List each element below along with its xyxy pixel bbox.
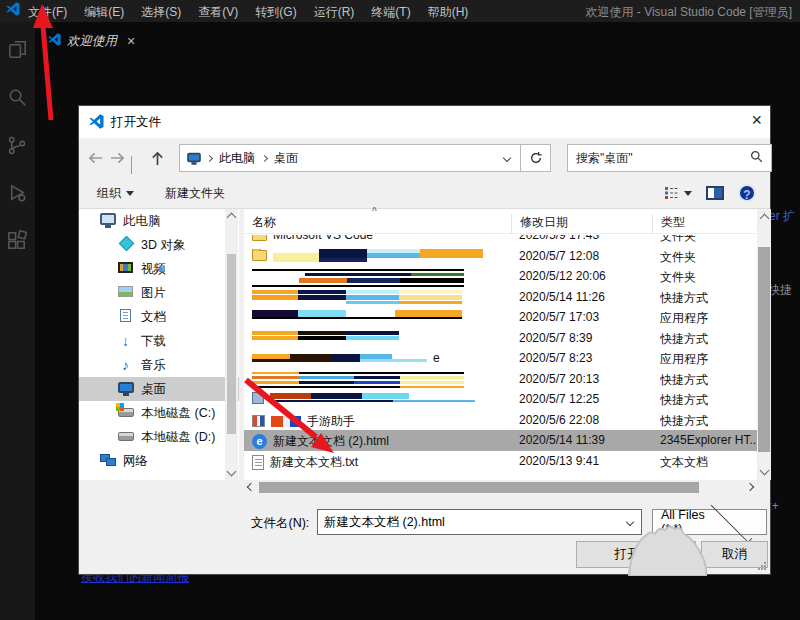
tab-welcome[interactable]: 欢迎使用 × xyxy=(48,28,135,54)
menu-item[interactable]: 终端(T) xyxy=(371,5,410,19)
view-mode-button[interactable] xyxy=(664,186,692,200)
menu-item[interactable]: 文件(F) xyxy=(28,5,67,19)
list-header: ^ 名称 修改日期 类型 xyxy=(244,209,757,234)
filetype-select[interactable]: All Files (*.*) xyxy=(652,509,767,535)
file-date: 2020/5/14 11:26 xyxy=(519,290,649,304)
table-row[interactable]: 2020/5/14 11:26快捷方式 xyxy=(244,287,757,308)
table-row[interactable]: 2020/5/12 20:06文件夹 xyxy=(244,266,757,287)
file-name-cell xyxy=(252,392,508,404)
chevron-down-icon[interactable] xyxy=(626,518,634,526)
sidebar-item-网络[interactable]: 网络 xyxy=(79,449,239,473)
menu-item[interactable]: 转到(G) xyxy=(255,5,296,19)
breadcrumb[interactable]: 此电脑 桌面 xyxy=(179,144,521,172)
disk-c-icon xyxy=(117,406,134,420)
file-type: 快捷方式 xyxy=(660,290,756,307)
up-icon[interactable] xyxy=(149,150,166,171)
scroll-up-icon[interactable] xyxy=(760,214,770,224)
breadcrumb-desktop[interactable]: 桌面 xyxy=(274,150,298,167)
column-header-type[interactable]: 类型 xyxy=(652,214,757,234)
table-row[interactable]: e2020/5/7 8:23应用程序 xyxy=(244,348,757,369)
search-input[interactable] xyxy=(568,150,750,166)
disk-d-icon xyxy=(117,430,134,444)
sidebar-item-文档[interactable]: 文档 xyxy=(79,305,239,329)
sidebar-item-本地磁盘 (D:)[interactable]: 本地磁盘 (D:) xyxy=(79,425,239,449)
scrollbar-thumb[interactable] xyxy=(227,254,236,434)
network-icon xyxy=(99,454,116,469)
sidebar-item-下载[interactable]: ↓下载 xyxy=(79,329,239,353)
sidebar-item-桌面[interactable]: 桌面 xyxy=(79,377,239,401)
organize-button[interactable]: 组织 xyxy=(97,185,134,202)
sidebar-item-本地磁盘 (C:)[interactable]: 本地磁盘 (C:) xyxy=(79,401,239,425)
scroll-down-icon[interactable] xyxy=(760,466,770,476)
scroll-down-icon[interactable] xyxy=(227,467,237,477)
file-type: 文本文档 xyxy=(660,454,756,471)
scroll-left-icon[interactable] xyxy=(247,483,255,491)
column-header-name[interactable]: 名称 xyxy=(244,214,511,234)
dialog-close-icon[interactable]: × xyxy=(751,109,762,131)
table-row[interactable]: 手游助手2020/5/6 22:08快捷方式 xyxy=(244,410,757,431)
file-name: 手游助手 xyxy=(307,413,355,430)
dialog-titlebar: 打开文件 × xyxy=(79,106,770,138)
list-horizontal-scrollbar[interactable] xyxy=(244,480,757,495)
scrollbar-thumb[interactable] xyxy=(758,247,770,452)
column-header-date[interactable]: 修改日期 xyxy=(511,214,652,234)
back-icon[interactable] xyxy=(87,150,104,170)
sidebar-item-此电脑[interactable]: 此电脑 xyxy=(79,209,239,233)
menu-item[interactable]: 帮助(H) xyxy=(428,5,469,19)
file-name-cell: 手游助手 xyxy=(252,413,508,430)
table-row[interactable]: 2020/5/7 17:03应用程序 xyxy=(244,307,757,328)
refresh-button[interactable] xyxy=(521,144,551,172)
source-control-icon[interactable] xyxy=(6,134,29,157)
menu-item[interactable]: 编辑(E) xyxy=(84,5,124,19)
table-row[interactable]: 2020/5/7 8:39快捷方式 xyxy=(244,328,757,349)
search-icon[interactable] xyxy=(6,86,29,109)
sidebar-item-视频[interactable]: 视频 xyxy=(79,257,239,281)
sidebar-item-label: 文档 xyxy=(141,309,166,326)
table-row[interactable]: 新建文本文档.txt2020/5/13 9:41文本文档 xyxy=(244,451,757,472)
address-dropdown-icon[interactable] xyxy=(503,154,511,162)
menu-item[interactable]: 查看(V) xyxy=(198,5,238,19)
explorer-icon[interactable] xyxy=(6,38,29,61)
extensions-icon[interactable] xyxy=(6,230,29,253)
welcome-link-clipped[interactable]: 接收我们的新闻简报 xyxy=(81,575,199,586)
redacted-scribble xyxy=(270,393,475,403)
menu-item[interactable]: 选择(S) xyxy=(141,5,181,19)
file-date: 2020/5/7 17:03 xyxy=(519,310,649,324)
table-row[interactable]: 2020/5/7 12:08文件夹 xyxy=(244,246,757,267)
table-row[interactable]: e新建文本文档 (2).html2020/5/14 11:392345Explo… xyxy=(244,430,757,451)
open-button[interactable]: 打开(O) xyxy=(576,541,696,568)
list-vertical-scrollbar[interactable] xyxy=(757,209,771,480)
sidebar-scrollbar[interactable] xyxy=(225,209,238,480)
sidebar-item-label: 本地磁盘 (C:) xyxy=(141,405,215,422)
chevron-down-icon xyxy=(126,191,134,196)
picture-icon xyxy=(117,286,134,300)
new-folder-button[interactable]: 新建文件夹 xyxy=(165,185,225,202)
filename-label: 文件名(N): xyxy=(251,515,309,532)
history-chevron-icon[interactable] xyxy=(131,156,132,174)
table-row[interactable]: 2020/5/7 12:25快捷方式 xyxy=(244,389,757,410)
scrollbar-thumb[interactable] xyxy=(259,482,699,493)
scroll-right-icon[interactable] xyxy=(746,483,754,491)
preview-pane-icon[interactable] xyxy=(706,186,724,200)
table-row[interactable]: 2020/5/7 20:13快捷方式 xyxy=(244,369,757,390)
table-row[interactable]: Microsoft VS Code2020/5/9 17:43文件夹 xyxy=(244,235,757,246)
magnifier-icon[interactable] xyxy=(750,149,763,167)
forward-icon[interactable] xyxy=(109,150,126,170)
resize-grip[interactable] xyxy=(757,561,767,571)
help-button[interactable]: ? xyxy=(738,184,756,202)
breadcrumb-this-pc[interactable]: 此电脑 xyxy=(219,150,255,167)
sidebar-item-3D 对象[interactable]: 3D 对象 xyxy=(79,233,239,257)
sidebar-item-音乐[interactable]: ♪音乐 xyxy=(79,353,239,377)
file-date: 2020/5/7 20:13 xyxy=(519,372,649,386)
tab-close-icon[interactable]: × xyxy=(127,33,135,49)
page-icon xyxy=(252,455,264,470)
sidebar-item-图片[interactable]: 图片 xyxy=(79,281,239,305)
redacted-scribble xyxy=(252,372,464,388)
screen: 文件(F)编辑(E)选择(S)查看(V)转到(G)运行(R)终端(T)帮助(H)… xyxy=(0,0,800,620)
file-date: 2020/5/7 8:23 xyxy=(519,351,649,365)
menu-item[interactable]: 运行(R) xyxy=(314,5,355,19)
filename-input[interactable] xyxy=(318,514,627,530)
vscode-logo-icon xyxy=(6,2,20,20)
run-debug-icon[interactable] xyxy=(6,182,29,205)
scroll-up-icon[interactable] xyxy=(227,213,237,223)
